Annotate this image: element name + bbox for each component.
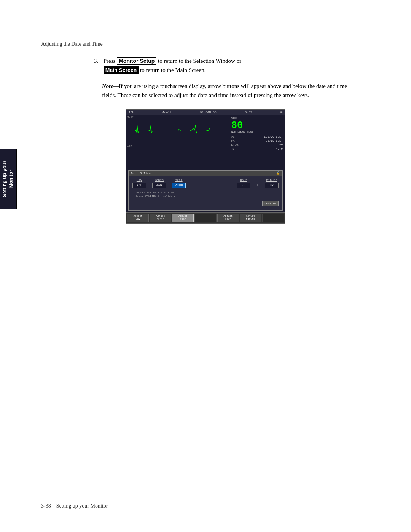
hour-input[interactable]: 8 <box>237 183 250 188</box>
step-text-after: to return to the Main Screen. <box>140 67 206 73</box>
step-number: 3. <box>72 56 98 66</box>
confirm-button[interactable]: CONFIRM <box>262 201 279 206</box>
day-field: Day 31 <box>132 178 146 188</box>
softkey-adjust-month[interactable]: AdjustMonth <box>150 214 171 222</box>
t2-label: T2 <box>231 147 234 150</box>
month-input[interactable]: JAN <box>152 183 166 188</box>
side-tab-text: Setting up yourMonitor <box>2 161 14 197</box>
dialog-confirm-row: CONFIRM <box>132 201 279 206</box>
hour-label: Hour <box>240 178 247 182</box>
dialog-note2: - Press CONFIRM to validate <box>132 195 279 199</box>
month-label: Month <box>155 178 164 182</box>
monitor-top-bar: ICU Adult 31 JAN 00 8:07 ▦ <box>126 110 285 115</box>
dialog-title-bar: Date & Time 🔒 <box>129 171 282 176</box>
monitor-unit: ICU <box>129 110 134 114</box>
pap-row: PAP 28/15 (21) <box>231 139 283 142</box>
monitor-screenshot-container: ICU Adult 31 JAN 00 8:07 ▦ M-HR 1mV <box>41 109 370 224</box>
monitor-setup-button-label: Monitor Setup <box>117 57 156 65</box>
lock-icon: 🔒 <box>276 171 280 175</box>
ecg-waveform <box>127 120 228 139</box>
minute-label: Minute <box>266 178 277 182</box>
time-separator: : <box>256 183 259 188</box>
vitals-area: ⊕HR 80 Non-paced mode ABP 120/70 (91) PA… <box>229 115 285 168</box>
dialog-body: Day 31 Month JAN Year 2000 <box>129 176 282 210</box>
softkey-adjust-day[interactable]: AdjustDay <box>127 214 149 222</box>
step-text-middle: to return to the Selection Window or <box>158 58 241 64</box>
monitor-date: 31 JAN 00 <box>200 110 217 114</box>
note-paragraph: Note—If you are using a touchscreen disp… <box>102 81 362 100</box>
softkey-adjust-year[interactable]: AdjustYear <box>172 214 194 222</box>
etco2-row: ETCO₂ 40 <box>231 143 283 147</box>
note-text: —If you are using a touchscreen display,… <box>102 83 347 98</box>
softkey-empty-1 <box>194 214 216 222</box>
note-label: Note <box>102 83 113 89</box>
year-field: Year 2000 <box>172 178 186 188</box>
side-tab: Setting up yourMonitor <box>0 149 17 209</box>
monitor-main-area: M-HR 1mV ⊕HR 80 Non-paced mode ABP <box>126 115 285 168</box>
ecg-label: M-HR <box>127 116 228 119</box>
dialog-note1: - Adjust the Date and Time <box>132 191 279 195</box>
abp-row: ABP 120/70 (91) <box>231 136 283 139</box>
footer-text: Setting up your Monitor <box>56 503 108 509</box>
hour-field: Hour 8 <box>237 178 250 188</box>
ecg-scale-label: 1mV <box>127 144 132 147</box>
page-footer: 3-38 Setting up your Monitor <box>41 503 108 509</box>
footer-page-ref: 3-38 <box>41 503 51 509</box>
hr-label: ⊕HR <box>231 116 283 120</box>
step-text: Press Monitor Setup to return to the Sel… <box>104 56 370 75</box>
etco2-value: 40 <box>279 143 283 147</box>
hr-value: 80 <box>231 120 283 130</box>
year-input[interactable]: 2000 <box>172 183 186 188</box>
dialog-notes: - Adjust the Date and Time - Press CONFI… <box>132 191 279 199</box>
step-text-press: Press <box>104 58 116 64</box>
main-screen-button-label: Main Screen <box>104 66 139 74</box>
t2-row: T2 40.0 <box>231 147 283 150</box>
softkey-empty-2 <box>262 214 284 222</box>
monitor-time: 8:07 <box>245 110 252 114</box>
monitor-screen: ICU Adult 31 JAN 00 8:07 ▦ M-HR 1mV <box>126 109 285 224</box>
pap-value: 28/15 (21) <box>266 139 283 142</box>
etco2-label: ETCO₂ <box>231 143 240 147</box>
ecg-area: M-HR 1mV <box>126 115 229 168</box>
minute-field: Minute 07 <box>265 178 279 188</box>
section-title: Adjusting the Date and Time <box>41 41 103 47</box>
month-field: Month JAN <box>152 178 166 188</box>
year-label: Year <box>175 178 182 182</box>
datetime-dialog: Date & Time 🔒 Day 31 Month JAN <box>128 170 283 211</box>
abp-label: ABP <box>231 136 236 139</box>
signal-icon: ▦ <box>280 110 282 114</box>
date-fields-row: Day 31 Month JAN Year 2000 <box>132 178 279 188</box>
day-input[interactable]: 31 <box>132 183 146 188</box>
non-paced-label: Non-paced mode <box>231 130 283 133</box>
monitor-patient-type: Adult <box>162 110 172 114</box>
abp-value: 120/70 (91) <box>264 136 283 139</box>
day-label: Day <box>137 178 142 182</box>
dialog-title: Date & Time <box>131 171 151 175</box>
t2-value: 40.0 <box>276 147 283 150</box>
softkeys-bar: AdjustDay AdjustMonth AdjustYear AdjustH… <box>126 212 285 223</box>
softkey-adjust-minute[interactable]: AdjustMinute <box>240 214 261 222</box>
pap-label: PAP <box>231 139 236 142</box>
softkey-adjust-hour[interactable]: AdjustHour <box>217 214 239 222</box>
minute-input[interactable]: 07 <box>265 183 279 188</box>
